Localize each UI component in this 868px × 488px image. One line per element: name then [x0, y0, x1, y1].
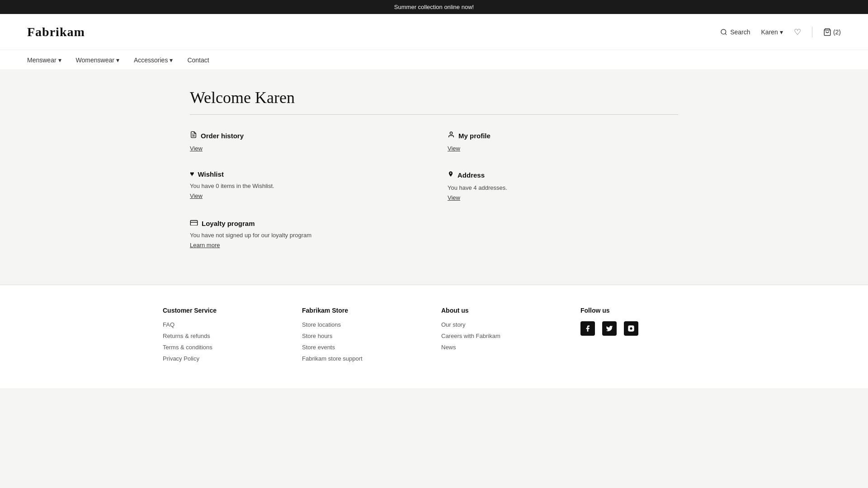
search-button[interactable]: Search [720, 28, 750, 36]
loyalty-title: Loyalty program [202, 220, 255, 227]
wishlist-title: Wishlist [198, 170, 224, 178]
chevron-down-icon: ▾ [170, 56, 173, 64]
my-profile-title: My profile [458, 132, 491, 140]
address-heading: Address [448, 170, 678, 180]
my-profile-heading: My profile [448, 131, 678, 140]
address-title: Address [458, 171, 485, 179]
footer-col-follow-us: Follow us [580, 307, 705, 366]
cart-count: (2) [833, 28, 841, 36]
svg-point-0 [721, 29, 726, 34]
instagram-icon[interactable] [624, 321, 638, 336]
banner-text: Summer collection online now! [394, 4, 474, 10]
heart-icon: ♡ [794, 28, 801, 37]
my-profile-view-link[interactable]: View [448, 145, 460, 152]
address-view-link[interactable]: View [448, 194, 460, 201]
svg-line-1 [725, 33, 726, 35]
search-label: Search [730, 28, 750, 36]
address-section: Address You have 4 addresses. View [448, 170, 678, 201]
footer-link-store-events[interactable]: Store events [302, 344, 427, 351]
svg-point-5 [450, 132, 452, 134]
footer-link-news[interactable]: News [441, 344, 566, 351]
facebook-icon[interactable] [580, 321, 595, 336]
footer-title-about-us: About us [441, 307, 566, 314]
nav-label-contact: Contact [187, 56, 209, 64]
header: Fabrikam Search Karen ▾ ♡ (2) [0, 14, 868, 50]
user-name: Karen [761, 28, 778, 36]
order-history-heading: Order history [190, 131, 420, 140]
order-history-section: Order history View [190, 131, 420, 152]
welcome-title: Welcome Karen [190, 88, 678, 107]
order-history-title: Order history [201, 132, 244, 140]
social-icons [580, 321, 705, 336]
footer-title-customer-service: Customer Service [163, 307, 288, 314]
header-actions: Search Karen ▾ ♡ (2) [720, 27, 841, 38]
wishlist-description: You have 0 items in the Wishlist. [190, 183, 420, 189]
footer-link-privacy[interactable]: Privacy Policy [163, 355, 288, 362]
cart-icon [823, 28, 831, 36]
footer: Customer Service FAQ Returns & refunds T… [0, 285, 868, 388]
wishlist-view-link[interactable]: View [190, 192, 203, 199]
chevron-down-icon: ▾ [58, 56, 61, 64]
nav-label-menswear: Menswear [27, 56, 57, 64]
footer-link-our-story[interactable]: Our story [441, 321, 566, 328]
location-pin-icon [448, 170, 454, 180]
top-banner: Summer collection online now! [0, 0, 868, 14]
dashboard-grid: Order history View My profile View ♥ Wis… [190, 131, 678, 249]
chevron-down-icon: ▾ [116, 56, 119, 64]
main-nav: Menswear ▾ Womenswear ▾ Accessories ▾ Co… [0, 50, 868, 70]
content-divider [190, 114, 678, 115]
loyalty-icon [190, 219, 198, 227]
footer-link-store-hours[interactable]: Store hours [302, 333, 427, 339]
address-description: You have 4 addresses. [448, 184, 678, 191]
footer-col-customer-service: Customer Service FAQ Returns & refunds T… [163, 307, 288, 366]
order-history-icon [190, 131, 197, 140]
wishlist-button[interactable]: ♡ [794, 27, 801, 37]
nav-label-womenswear: Womenswear [76, 56, 114, 64]
wishlist-heading: ♥ Wishlist [190, 170, 420, 178]
my-profile-section: My profile View [448, 131, 678, 152]
logo[interactable]: Fabrikam [27, 25, 85, 39]
nav-item-accessories[interactable]: Accessories ▾ [134, 56, 173, 64]
search-icon [720, 28, 727, 36]
main-content: Welcome Karen Order history View [163, 70, 705, 285]
nav-label-accessories: Accessories [134, 56, 168, 64]
footer-title-fabrikam-store: Fabrikam Store [302, 307, 427, 314]
footer-link-faq[interactable]: FAQ [163, 321, 288, 328]
cart-button[interactable]: (2) [823, 28, 841, 36]
footer-link-careers[interactable]: Careers with Fabrikam [441, 333, 566, 339]
heart-filled-icon: ♥ [190, 170, 194, 178]
loyalty-learn-more-link[interactable]: Learn more [190, 242, 220, 249]
footer-grid: Customer Service FAQ Returns & refunds T… [163, 307, 705, 366]
footer-col-fabrikam-store: Fabrikam Store Store locations Store hou… [302, 307, 427, 366]
svg-rect-6 [190, 221, 197, 225]
order-history-view-link[interactable]: View [190, 145, 203, 152]
twitter-icon[interactable] [602, 321, 617, 336]
footer-link-terms[interactable]: Terms & conditions [163, 344, 288, 351]
loyalty-description: You have not signed up for our loyalty p… [190, 232, 420, 239]
header-divider [812, 27, 812, 38]
footer-link-returns[interactable]: Returns & refunds [163, 333, 288, 339]
user-menu-button[interactable]: Karen ▾ [761, 28, 783, 36]
chevron-down-icon: ▾ [780, 28, 783, 36]
footer-col-about-us: About us Our story Careers with Fabrikam… [441, 307, 566, 366]
nav-item-womenswear[interactable]: Womenswear ▾ [76, 56, 119, 64]
loyalty-section: Loyalty program You have not signed up f… [190, 219, 420, 249]
loyalty-heading: Loyalty program [190, 219, 420, 227]
wishlist-section: ♥ Wishlist You have 0 items in the Wishl… [190, 170, 420, 201]
footer-title-follow-us: Follow us [580, 307, 705, 314]
nav-item-menswear[interactable]: Menswear ▾ [27, 56, 61, 64]
footer-link-store-support[interactable]: Fabrikam store support [302, 355, 427, 362]
nav-item-contact[interactable]: Contact [187, 56, 209, 64]
footer-link-store-locations[interactable]: Store locations [302, 321, 427, 328]
profile-icon [448, 131, 455, 140]
